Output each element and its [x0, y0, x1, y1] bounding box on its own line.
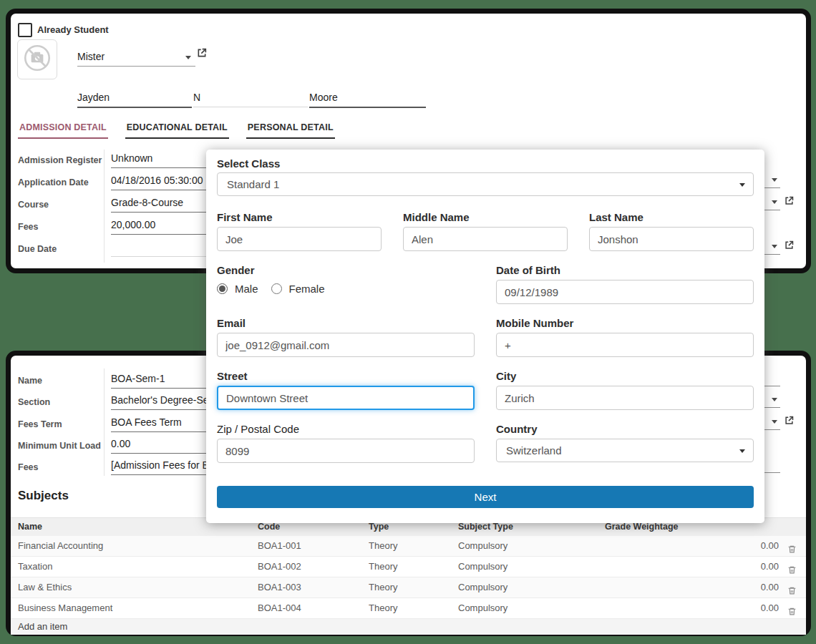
- first-name-value: Jayden: [77, 92, 110, 103]
- gender-male-label: Male: [235, 283, 258, 295]
- external-link-icon[interactable]: [784, 240, 795, 251]
- city-label: City: [496, 370, 516, 382]
- city-input[interactable]: [496, 386, 754, 410]
- subject-subtype-cell[interactable]: Compulsory: [458, 577, 507, 597]
- middle-name-field[interactable]: N: [193, 89, 308, 107]
- already-student-label: Already Student: [37, 24, 109, 35]
- last-name-value: Moore: [309, 92, 338, 103]
- no-camera-icon: [21, 42, 54, 77]
- dob-label: Date of Birth: [496, 264, 560, 276]
- zip-label: Zip / Postal Code: [217, 423, 299, 435]
- field-label: Admission Register: [18, 150, 105, 171]
- external-link-icon[interactable]: [784, 195, 795, 207]
- grade-weightage-cell[interactable]: 0.00: [711, 536, 779, 556]
- form-tabs: ADMISSION DETAIL EDUCATIONAL DETAIL PERS…: [18, 118, 335, 139]
- first-name-input[interactable]: [217, 227, 382, 251]
- select-class-label: Select Class: [217, 157, 280, 170]
- select-class-dropdown[interactable]: Standard 1: [217, 172, 754, 196]
- country-label: Country: [496, 423, 538, 435]
- country-dropdown[interactable]: Switzerland: [496, 439, 754, 462]
- first-name-label: First Name: [217, 211, 273, 223]
- chevron-down-icon: [185, 56, 191, 59]
- first-name-field[interactable]: Jayden: [77, 89, 192, 108]
- subject-code-cell[interactable]: BOA1-001: [258, 536, 301, 556]
- student-photo-upload[interactable]: [17, 39, 57, 79]
- subject-type-cell[interactable]: Theory: [369, 536, 397, 556]
- gender-female-radio[interactable]: [271, 283, 282, 294]
- tab-admission-detail[interactable]: ADMISSION DETAIL: [18, 118, 108, 139]
- field-value: Grade-8-Course: [111, 197, 183, 208]
- subject-subtype-cell[interactable]: Compulsory: [458, 557, 507, 577]
- field-label: Minimum Unit Load: [18, 435, 105, 457]
- middle-name-value: N: [193, 92, 200, 103]
- country-value: Switzerland: [506, 444, 562, 457]
- add-row-button[interactable]: Add an item: [11, 619, 806, 635]
- salutation-value: Mister: [77, 51, 105, 62]
- grade-weightage-cell[interactable]: 0.00: [711, 598, 779, 618]
- subject-code-cell[interactable]: BOA1-004: [258, 598, 301, 618]
- email-input[interactable]: [217, 333, 475, 357]
- chevron-down-icon: [772, 178, 777, 182]
- subject-type-cell[interactable]: Theory: [369, 598, 397, 618]
- street-input[interactable]: [217, 386, 475, 410]
- last-name-field[interactable]: Moore: [309, 89, 426, 108]
- chevron-down-icon: [772, 420, 777, 424]
- subject-subtype-cell[interactable]: Compulsory: [458, 536, 507, 556]
- last-name-label: Last Name: [589, 211, 643, 223]
- select-class-value: Standard 1: [227, 178, 279, 190]
- field-label: Section: [18, 391, 105, 413]
- already-student-checkbox[interactable]: [18, 23, 32, 37]
- add-row-label: Add an item: [18, 621, 67, 632]
- subject-code-cell[interactable]: BOA1-002: [258, 557, 301, 577]
- field-label: Application Date: [18, 172, 105, 193]
- last-name-input[interactable]: [589, 227, 754, 251]
- field-value: BOA-Sem-1: [111, 373, 165, 384]
- field-value: 20,000.00: [111, 219, 155, 230]
- street-label: Street: [217, 370, 248, 382]
- table-row[interactable]: Business Management BOA1-004 Theory Comp…: [11, 598, 806, 619]
- email-label: Email: [217, 317, 246, 329]
- field-label: Name: [18, 370, 105, 391]
- field-label: Course: [18, 194, 105, 215]
- gender-female-label: Female: [289, 283, 325, 295]
- dob-input[interactable]: [496, 280, 754, 304]
- field-value: Unknown: [111, 152, 152, 164]
- subject-type-cell[interactable]: Theory: [369, 577, 397, 597]
- mobile-label: Mobile Number: [496, 317, 573, 329]
- table-row[interactable]: Financial Accounting BOA1-001 Theory Com…: [11, 536, 806, 557]
- subject-name-cell[interactable]: Taxation: [18, 557, 52, 577]
- subject-name-cell[interactable]: Business Management: [18, 598, 112, 618]
- next-button[interactable]: Next: [217, 486, 754, 508]
- column-header: Name: [18, 518, 42, 536]
- salutation-field[interactable]: Mister: [77, 49, 195, 67]
- salutation-external-link-icon[interactable]: [196, 47, 208, 59]
- chevron-down-icon: [772, 245, 777, 248]
- chevron-down-icon: [772, 398, 777, 401]
- subject-type-cell[interactable]: Theory: [369, 557, 397, 577]
- field-value: 04/18/2016 05:30:00: [111, 175, 203, 186]
- grade-weightage-cell[interactable]: 0.00: [711, 557, 779, 577]
- subject-name-cell[interactable]: Law & Ethics: [18, 577, 72, 597]
- zip-input[interactable]: [217, 439, 475, 463]
- gender-male-radio[interactable]: [217, 283, 228, 294]
- subjects-heading: Subjects: [18, 489, 69, 503]
- gender-label: Gender: [217, 264, 255, 276]
- field-label: Fees: [18, 216, 105, 238]
- tab-personal-detail[interactable]: PERSONAL DETAIL: [246, 118, 335, 139]
- subject-code-cell[interactable]: BOA1-003: [258, 577, 301, 597]
- field-label: Fees Term: [18, 414, 105, 435]
- chevron-down-icon: [739, 449, 745, 453]
- field-label: Due Date: [18, 238, 105, 260]
- subject-name-cell[interactable]: Financial Accounting: [18, 536, 103, 556]
- external-link-icon[interactable]: [784, 415, 795, 426]
- grade-weightage-cell[interactable]: 0.00: [711, 577, 779, 597]
- chevron-down-icon: [739, 183, 745, 187]
- chevron-down-icon: [772, 200, 777, 204]
- tab-educational-detail[interactable]: EDUCATIONAL DETAIL: [125, 118, 229, 139]
- field-value: 0.00: [111, 438, 130, 449]
- mobile-input[interactable]: [496, 333, 754, 357]
- subject-subtype-cell[interactable]: Compulsory: [458, 598, 507, 618]
- middle-name-input[interactable]: [403, 227, 568, 251]
- table-row[interactable]: Taxation BOA1-002 Theory Compulsory 0.00: [11, 557, 806, 577]
- table-row[interactable]: Law & Ethics BOA1-003 Theory Compulsory …: [11, 577, 806, 598]
